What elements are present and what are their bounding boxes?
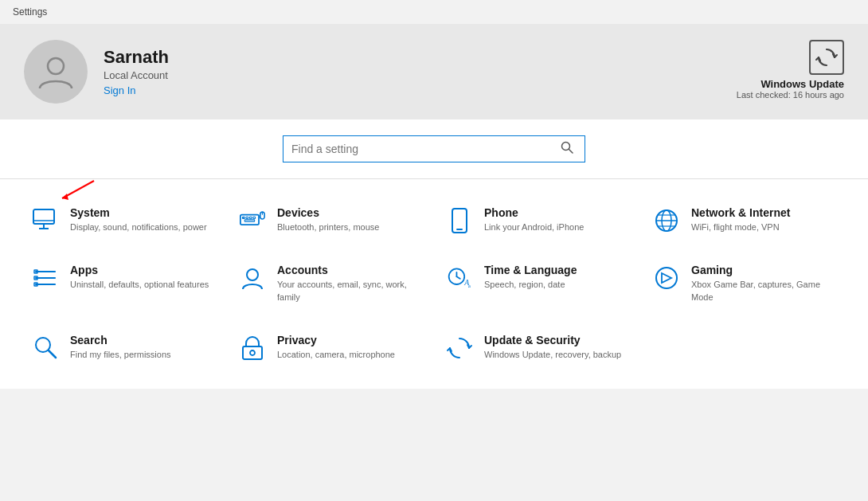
search-title: Search (70, 334, 171, 346)
search-text: Search Find my files, permissions (70, 334, 171, 361)
setting-gaming[interactable]: Gaming Xbox Game Bar, captures, Game Mod… (645, 252, 844, 315)
setting-devices[interactable]: Devices Bluetooth, printers, mouse (231, 195, 430, 245)
search-section (0, 119, 868, 179)
gaming-text: Gaming Xbox Game Bar, captures, Game Mod… (691, 264, 836, 303)
time-language-text: Time & Language Speech, region, date (484, 264, 577, 291)
network-icon (653, 208, 680, 233)
svg-rect-14 (253, 217, 256, 218)
user-name: Sarnath (104, 47, 844, 68)
devices-title: Devices (277, 206, 379, 219)
svg-rect-13 (249, 217, 252, 218)
setting-accounts[interactable]: Accounts Your accounts, email, sync, wor… (231, 252, 430, 315)
gaming-icon (653, 265, 680, 291)
phone-icon (446, 208, 473, 233)
update-title: Windows Update (760, 78, 844, 90)
apps-desc: Uninstall, defaults, optional features (70, 279, 209, 291)
user-type: Local Account (104, 69, 844, 81)
phone-title: Phone (484, 206, 584, 219)
search-box (283, 135, 585, 162)
accounts-text: Accounts Your accounts, email, sync, wor… (277, 264, 422, 303)
privacy-title: Privacy (277, 334, 395, 346)
system-icon (32, 208, 59, 230)
search-button[interactable] (557, 141, 577, 157)
svg-line-34 (456, 277, 459, 280)
svg-line-39 (49, 350, 56, 358)
setting-system[interactable]: System Display, sound, notifications, po… (24, 195, 223, 245)
title-text: Settings (13, 6, 47, 18)
gaming-title: Gaming (691, 264, 836, 276)
gaming-desc: Xbox Game Bar, captures, Game Mode (691, 279, 836, 303)
network-title: Network & Internet (691, 206, 790, 219)
svg-point-41 (250, 350, 255, 355)
search-setting-icon (32, 335, 59, 361)
svg-rect-40 (243, 346, 262, 359)
update-security-desc: Windows Update, recovery, backup (484, 349, 621, 361)
accounts-icon (239, 265, 266, 291)
svg-line-3 (62, 181, 94, 198)
setting-privacy[interactable]: Privacy Location, camera, microphone (231, 323, 430, 372)
search-input[interactable] (291, 143, 557, 155)
time-language-desc: Speech, region, date (484, 279, 577, 291)
title-bar: Settings (0, 0, 868, 24)
update-security-title: Update & Security (484, 334, 621, 346)
devices-text: Devices Bluetooth, printers, mouse (277, 206, 379, 233)
update-subtitle: Last checked: 16 hours ago (737, 90, 844, 100)
setting-search[interactable]: Search Find my files, permissions (24, 323, 223, 372)
apps-title: Apps (70, 264, 209, 276)
network-desc: WiFi, flight mode, VPN (691, 221, 790, 233)
svg-rect-12 (246, 217, 248, 218)
privacy-text: Privacy Location, camera, microphone (277, 334, 395, 361)
setting-time-language[interactable]: A a Time & Language Speech, region, date (438, 252, 637, 315)
accounts-title: Accounts (277, 264, 422, 276)
header-section: Sarnath Local Account Sign In Windows Up… (0, 24, 868, 119)
update-security-text: Update & Security Windows Update, recove… (484, 334, 621, 361)
apps-text: Apps Uninstall, defaults, optional featu… (70, 264, 209, 291)
user-info: Sarnath Local Account Sign In (104, 47, 844, 96)
avatar (24, 40, 88, 104)
setting-update-security[interactable]: Update & Security Windows Update, recove… (438, 323, 637, 372)
phone-text: Phone Link your Android, iPhone (484, 206, 584, 233)
privacy-desc: Location, camera, microphone (277, 349, 395, 361)
sign-in-link[interactable]: Sign In (104, 84, 844, 96)
svg-marker-4 (62, 194, 68, 200)
svg-point-31 (247, 269, 258, 280)
setting-network[interactable]: Network & Internet WiFi, flight mode, VP… (645, 195, 844, 245)
windows-update-icon[interactable] (809, 40, 844, 75)
system-desc: Display, sound, notifications, power (70, 221, 207, 233)
system-title: System (70, 206, 207, 219)
time-language-icon: A a (446, 265, 473, 291)
svg-point-37 (656, 268, 677, 288)
devices-desc: Bluetooth, printers, mouse (277, 221, 379, 233)
privacy-icon (239, 335, 266, 361)
network-text: Network & Internet WiFi, flight mode, VP… (691, 206, 790, 233)
windows-update-section: Windows Update Last checked: 16 hours ag… (737, 40, 844, 100)
search-desc: Find my files, permissions (70, 349, 171, 361)
devices-icon (239, 208, 266, 230)
time-language-title: Time & Language (484, 264, 577, 276)
svg-rect-15 (244, 220, 254, 221)
svg-rect-5 (33, 209, 54, 224)
settings-grid: System Display, sound, notifications, po… (0, 179, 868, 389)
apps-icon (32, 265, 59, 291)
svg-line-2 (569, 150, 573, 154)
setting-phone[interactable]: Phone Link your Android, iPhone (438, 195, 637, 245)
update-security-icon (446, 335, 473, 361)
svg-text:a: a (468, 284, 471, 290)
system-text: System Display, sound, notifications, po… (70, 206, 207, 233)
accounts-desc: Your accounts, email, sync, work, family (277, 279, 422, 303)
phone-desc: Link your Android, iPhone (484, 221, 584, 233)
svg-point-0 (48, 58, 64, 74)
setting-apps[interactable]: Apps Uninstall, defaults, optional featu… (24, 252, 223, 315)
